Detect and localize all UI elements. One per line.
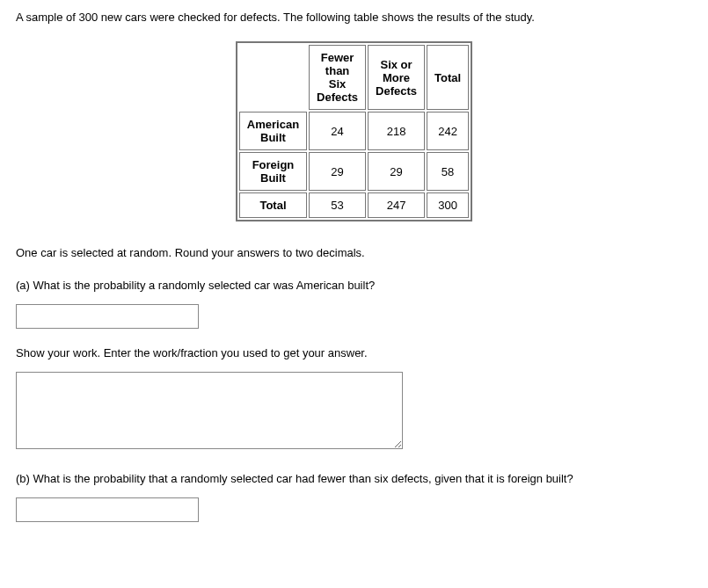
cell-value: 58 [427, 152, 469, 191]
header-total: Total [427, 45, 469, 110]
answer-a-input[interactable] [16, 304, 199, 329]
table-row: American Built 24 218 242 [239, 112, 469, 150]
header-six-or-more: Six or More Defects [368, 45, 425, 110]
header-text: Six or [381, 58, 412, 71]
label-text: American [247, 118, 299, 131]
cell-value: 53 [309, 192, 366, 218]
cell-value: 29 [368, 152, 425, 191]
header-text: Defects [317, 91, 358, 104]
label-text: Foreign [252, 158, 295, 171]
header-fewer-than-six: Fewer than Six Defects [309, 45, 366, 110]
work-label: Show your work. Enter the work/fraction … [16, 346, 692, 359]
row-label-total: Total [239, 192, 307, 218]
work-a-textarea[interactable] [16, 372, 403, 449]
table-row: Total 53 247 300 [239, 192, 469, 218]
question-b-text: (b) What is the probability that a rando… [16, 472, 692, 485]
intro-text: A sample of 300 new cars were checked fo… [16, 11, 692, 24]
table-container: Fewer than Six Defects Six or More Defec… [16, 41, 692, 221]
header-text: than [325, 64, 349, 77]
label-text: Built [260, 131, 286, 144]
header-text: Six [329, 77, 347, 91]
header-blank [239, 45, 307, 110]
header-text: Fewer [321, 51, 354, 64]
header-text: Defects [376, 84, 417, 98]
table-row: Foreign Built 29 29 58 [239, 152, 469, 191]
cell-value: 218 [368, 112, 425, 150]
cell-value: 300 [427, 192, 469, 218]
instruction-text: One car is selected at random. Round you… [16, 246, 692, 259]
cell-value: 242 [427, 112, 469, 150]
question-a-text: (a) What is the probability a randomly s… [16, 279, 692, 292]
answer-b-input[interactable] [16, 497, 199, 522]
row-label-american: American Built [239, 112, 307, 150]
label-text: Built [260, 171, 286, 185]
row-label-foreign: Foreign Built [239, 152, 307, 191]
cell-value: 247 [368, 192, 425, 218]
defects-table: Fewer than Six Defects Six or More Defec… [236, 41, 472, 221]
header-text: More [383, 71, 410, 84]
cell-value: 24 [309, 112, 366, 150]
cell-value: 29 [309, 152, 366, 191]
